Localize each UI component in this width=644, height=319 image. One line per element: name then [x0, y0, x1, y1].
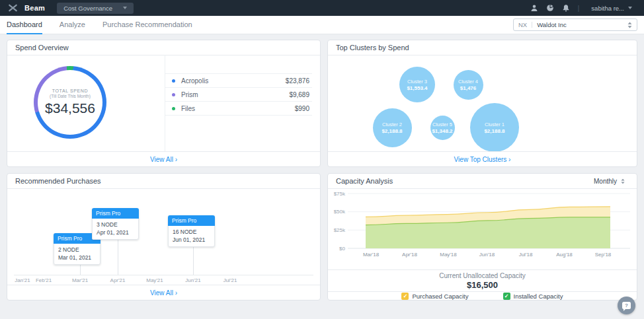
donut-center: TOTAL SPEND (Till Date This Month) $34,5… [38, 70, 102, 135]
topnav-actions: | sabitha re... [530, 4, 637, 13]
view-all-link[interactable]: View All › [150, 156, 177, 163]
timeline-axis [14, 275, 313, 275]
period-selector[interactable]: Monthly [590, 177, 629, 186]
legend-value: $9,689 [289, 91, 309, 98]
svg-text:$75k: $75k [334, 191, 346, 197]
user-menu-button[interactable]: sabitha re... [587, 4, 636, 13]
legend-dot [172, 79, 175, 83]
cluster-value: $2,188.8 [484, 128, 504, 134]
svg-text:$0: $0 [339, 246, 345, 252]
legend-dot [172, 107, 175, 110]
timeline-stem [118, 238, 118, 275]
panel-header: Top Clusters by Spend [328, 40, 637, 55]
capacity-legend: ✓ Purchased Capacity ✓ Installed Capacit… [328, 292, 637, 300]
sub-navbar: DashboardAnalyzePurchase Recommendation … [0, 16, 644, 34]
chevron-down-icon [123, 7, 127, 9]
svg-text:Sep'18: Sep'18 [595, 252, 612, 258]
svg-text:$50k: $50k [334, 209, 346, 215]
total-spend-label: TOTAL SPEND [52, 89, 88, 93]
legend-row-acropolis: Acropolis$23,876 [165, 74, 312, 88]
divider [532, 22, 532, 28]
brand-name: Beam [24, 4, 45, 12]
app-selector-button[interactable]: Cost Governance [57, 3, 134, 14]
legend-row-files: Files$990 [165, 102, 312, 116]
divider [328, 269, 637, 270]
cluster-bubble-cluster-1[interactable]: Cluster 1$2,188.8 [470, 103, 519, 152]
spend-legend: Acropolis$23,876Prism$9,689Files$990 [165, 73, 312, 116]
legend-value: $23,876 [286, 77, 309, 85]
capacity-area-chart: $75k$50k$25k$0Mar'18Apr'18May'18Jun'18Ju… [328, 190, 637, 269]
top-navbar: Beam Cost Governance | sabitha re... [0, 0, 644, 16]
tab-dashboard[interactable]: Dashboard [7, 16, 42, 34]
bell-icon[interactable] [562, 4, 570, 12]
cluster-name: Cluster 2 [382, 122, 402, 127]
view-all-link[interactable]: View All › [150, 289, 177, 297]
total-spend-sublabel: (Till Date This Month) [50, 94, 91, 98]
app-selector-label: Cost Governance [63, 5, 112, 12]
cluster-name: Cluster 4 [458, 79, 478, 85]
legend-installed: ✓ Installed Capacity [503, 293, 563, 300]
purchase-date: Mar 01, 2021 [58, 254, 96, 262]
account-selector[interactable]: NX Waldot Inc [513, 18, 637, 31]
purchase-details: 2 NODEMar 01, 2021 [54, 244, 101, 265]
timeline-month-label: Apr'21 [110, 277, 126, 283]
unallocated-capacity-value: $16,500 [328, 280, 637, 290]
user-name: sabitha re... [591, 5, 624, 12]
purchased-check-icon: ✓ [401, 293, 409, 300]
purchase-details: 3 NODEApr 01, 2021 [92, 219, 139, 240]
svg-text:Mar'18: Mar'18 [363, 252, 380, 258]
svg-text:Jul'18: Jul'18 [519, 252, 533, 258]
svg-text:Apr'18: Apr'18 [402, 252, 417, 258]
separator: | [578, 4, 580, 12]
purchase-product: Prism Pro [92, 208, 139, 219]
legend-name: Acropolis [181, 77, 286, 85]
panel-header: Recommended Purchases [7, 174, 320, 189]
purchase-card[interactable]: Prism Pro3 NODEApr 01, 2021 [92, 208, 139, 240]
installed-check-icon: ✓ [503, 293, 510, 300]
account-value: Waldot Inc [537, 21, 623, 28]
view-top-clusters-link[interactable]: View Top Clusters › [454, 156, 511, 163]
spend-overview-panel: Spend Overview TOTAL SPEND (Till Date Th… [7, 40, 321, 167]
user-icon[interactable] [530, 4, 538, 12]
timeline-month-label: Mar'21 [72, 277, 88, 283]
timeline-stem [80, 264, 81, 275]
chevron-down-icon [628, 7, 632, 9]
nutanix-x-logo[interactable] [8, 4, 18, 12]
panel-header: Spend Overview [7, 40, 320, 55]
tab-purchase-recommendation[interactable]: Purchase Recommendation [102, 16, 192, 34]
panel-title: Capacity Analysis [336, 177, 393, 185]
help-button[interactable]: ? [618, 297, 635, 314]
select-arrows-icon [621, 178, 625, 184]
purchase-card[interactable]: Prism Pro16 NODEJun 01, 2021 [168, 215, 215, 247]
cluster-bubble-cluster-4[interactable]: Cluster 4$1,476 [454, 70, 483, 100]
period-label: Monthly [594, 178, 617, 185]
unallocated-capacity-label: Current Unallocated Capacity [328, 272, 637, 279]
recommended-purchases-panel: Recommended Purchases Jan'21Feb'21Mar'21… [7, 173, 321, 301]
purchase-date: Jun 01, 2021 [173, 236, 210, 244]
top-clusters-panel: Top Clusters by Spend Cluster 3$1,553.4C… [327, 40, 637, 167]
legend-row-prism: Prism$9,689 [165, 88, 312, 102]
tab-bar: DashboardAnalyzePurchase Recommendation [7, 16, 210, 34]
cluster-bubble-cluster-2[interactable]: Cluster 2$2,188.8 [373, 108, 412, 147]
timeline-month-label: May'21 [146, 277, 163, 283]
cluster-value: $1,348.2 [432, 128, 452, 134]
legend-name: Prism [181, 91, 289, 98]
total-spend-value: $34,556 [45, 100, 95, 116]
panel-footer: View Top Clusters › [328, 151, 637, 166]
cluster-value: $1,553.4 [407, 85, 427, 91]
tab-analyze[interactable]: Analyze [60, 16, 85, 34]
svg-text:Jun'18: Jun'18 [479, 252, 495, 258]
pie-chart-icon[interactable] [546, 4, 554, 12]
legend-purchased: ✓ Purchased Capacity [401, 293, 468, 300]
total-spend-donut-chart: TOTAL SPEND (Till Date This Month) $34,5… [34, 66, 106, 139]
panel-title: Recommended Purchases [15, 177, 101, 185]
legend-label: Purchased Capacity [412, 293, 468, 300]
panel-header: Capacity Analysis Monthly [328, 174, 637, 189]
cluster-bubble-cluster-3[interactable]: Cluster 3$1,553.4 [399, 67, 435, 102]
timeline-month-label: Jan'21 [15, 277, 30, 283]
timeline-month-label: Jun'21 [185, 277, 200, 283]
cluster-bubble-cluster-5[interactable]: Cluster 5$1,348.2 [430, 116, 455, 140]
panel-footer: View All › [7, 151, 320, 166]
cluster-value: $2,188.8 [382, 128, 402, 134]
purchase-product: Prism Pro [168, 215, 215, 226]
